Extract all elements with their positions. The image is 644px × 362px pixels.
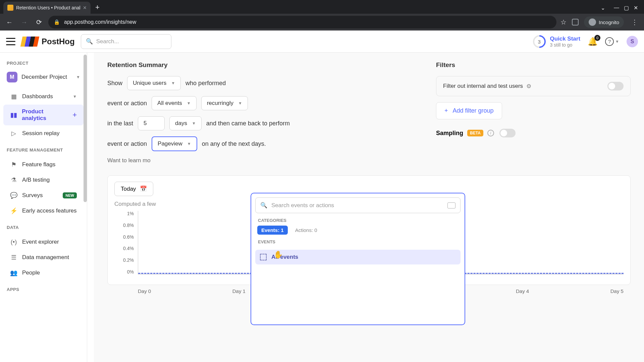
browser-tab[interactable]: Retention Users • Product analy × [3, 2, 91, 14]
sidebar-item-people[interactable]: 👥 People [3, 265, 84, 280]
recurringly-dropdown[interactable]: recurringly▼ [201, 96, 248, 110]
bookmark-icon[interactable]: ☆ [560, 18, 567, 26]
window-controls: ⌄ — ▢ ✕ [597, 2, 644, 14]
calendar-icon: 📅 [140, 185, 147, 192]
keyboard-icon[interactable] [447, 202, 455, 208]
maximize-icon[interactable]: ▢ [624, 5, 629, 11]
sidebar-item-feature-flags[interactable]: ⚑ Feature flags [3, 157, 84, 172]
events-chip[interactable]: Events: 1 [257, 226, 288, 235]
sidebar-item-label: Event explorer [22, 239, 59, 245]
chevron-down-icon: ▼ [187, 141, 191, 146]
incognito-badge[interactable]: Incognito [584, 16, 624, 28]
new-tab-button[interactable]: + [91, 3, 104, 14]
address-bar[interactable]: 🔒 app.posthog.com/insights/new [48, 16, 556, 28]
quick-start-button[interactable]: 3 Quick Start 3 still to go [533, 35, 580, 48]
browser-tab-strip: Retention Users • Product analy × + ⌄ — … [0, 0, 644, 14]
sidebar-item-surveys[interactable]: 💬 Surveys NEW [3, 188, 84, 203]
popover-search-placeholder: Search events or actions [271, 202, 334, 209]
info-icon[interactable]: i [487, 130, 494, 136]
event-dropdown-2[interactable]: Pageview▼ [152, 136, 197, 151]
sidebar-header-apps: APPS [0, 285, 87, 296]
sidebar-item-product-analytics[interactable]: ▮▮ Product analytics + [3, 105, 84, 125]
back-button[interactable]: ← [4, 17, 15, 27]
search-icon: 🔍 [86, 38, 93, 45]
search-input[interactable]: 🔍 Search... [81, 34, 171, 49]
browser-menu-icon[interactable]: ⋮ [629, 18, 640, 26]
sidebar-item-label: Product analytics [22, 108, 68, 122]
chat-icon: 💬 [10, 192, 17, 199]
sidebar-item-label: Early access features [22, 207, 77, 214]
quick-start-title: Quick Start [550, 36, 580, 42]
popover-option-all-events[interactable]: All events [255, 250, 461, 264]
extensions-icon[interactable] [572, 19, 579, 25]
plus-icon[interactable]: + [72, 111, 77, 119]
bar-chart-icon: ▮▮ [10, 111, 17, 119]
sidebar-item-label: Dashboards [22, 93, 53, 100]
retention-summary-title: Retention Summary [107, 61, 419, 69]
bolt-icon: ⚡ [10, 207, 17, 215]
sidebar-item-dashboards[interactable]: ▦ Dashboards ▼ [3, 89, 84, 104]
filter-internal-label: Filter out internal and test users [443, 83, 523, 89]
notifications-button[interactable]: 🔔0 [588, 37, 598, 46]
sidebar-item-early-access[interactable]: ⚡ Early access features [3, 203, 84, 218]
reload-button[interactable]: ⟳ [34, 17, 44, 27]
close-window-icon[interactable]: ✕ [634, 5, 638, 11]
sidebar-item-data-management[interactable]: ☰ Data management [3, 250, 84, 265]
project-avatar: M [7, 72, 17, 82]
avatar[interactable]: S [627, 36, 638, 47]
sidebar-item-event-explorer[interactable]: (•) Event explorer [3, 235, 84, 249]
filter-internal-users-row: Filter out internal and test users ⚙ [436, 76, 631, 96]
period-input[interactable]: 5 [138, 116, 165, 130]
chevron-down-icon: ▼ [192, 121, 196, 126]
logo[interactable]: PostHog [21, 37, 75, 47]
add-filter-group-button[interactable]: + Add filter group [436, 102, 502, 119]
popover-categories-header: CATEGORIES [255, 213, 461, 226]
sidebar-scrollbar[interactable] [84, 55, 87, 202]
grid-icon: ▦ [10, 93, 17, 100]
flag-icon: ⚑ [10, 161, 17, 168]
logo-text: PostHog [42, 37, 75, 46]
label-event-or-action: event or action [107, 100, 147, 107]
date-range-dropdown[interactable]: Today 📅 [114, 182, 153, 196]
learn-more-text: Want to learn mo [107, 157, 419, 164]
popover-search-input[interactable]: 🔍 Search events or actions [255, 197, 461, 213]
sampling-toggle[interactable] [499, 129, 516, 137]
chevron-down-icon: ▼ [187, 101, 191, 106]
quick-start-progress-icon: 3 [531, 33, 549, 51]
database-icon: ☰ [10, 254, 17, 261]
minimize-icon[interactable]: — [614, 5, 619, 11]
people-icon: 👥 [10, 269, 17, 277]
popover-events-header: EVENTS [255, 235, 461, 247]
menu-toggle-button[interactable] [6, 38, 15, 45]
search-icon: 🔍 [260, 202, 267, 209]
new-badge: NEW [63, 192, 77, 198]
logo-icon [20, 37, 39, 47]
unique-users-dropdown[interactable]: Unique users▼ [127, 76, 181, 90]
cursor-icon: ✋ [274, 250, 283, 259]
filter-internal-toggle[interactable] [607, 82, 624, 90]
tabs-dropdown-icon[interactable]: ⌄ [597, 5, 609, 11]
filters-title: Filters [436, 61, 631, 69]
browser-toolbar: ← → ⟳ 🔒 app.posthog.com/insights/new ☆ I… [0, 14, 644, 31]
tab-close-icon[interactable]: × [83, 4, 87, 11]
label-event-or-action-2: event or action [107, 140, 147, 147]
gear-icon[interactable]: ⚙ [526, 83, 531, 90]
sidebar-item-session-replay[interactable]: ▷ Session replay [3, 126, 84, 141]
actions-chip[interactable]: Actions: 0 [291, 226, 321, 235]
search-placeholder: Search... [96, 38, 119, 45]
sidebar-item-label: Surveys [22, 192, 43, 199]
sidebar-item-label: A/B testing [22, 177, 50, 183]
chevron-down-icon: ▼ [171, 81, 175, 85]
period-unit-dropdown[interactable]: days▼ [169, 116, 202, 130]
sampling-label: Sampling [436, 130, 463, 137]
chevron-down-icon: ▼ [76, 75, 80, 79]
quick-start-subtitle: 3 still to go [550, 42, 580, 48]
lock-icon: 🔒 [54, 19, 60, 25]
url-text: app.posthog.com/insights/new [64, 19, 136, 25]
sidebar-item-ab-testing[interactable]: ⚗ A/B testing [3, 173, 84, 187]
label-came-back: and then came back to perform [206, 120, 290, 127]
event-dropdown-1[interactable]: All events▼ [152, 96, 197, 110]
chevron-down-icon[interactable]: ▼ [73, 94, 77, 99]
help-menu[interactable]: ? ▼ [605, 37, 619, 46]
project-selector[interactable]: M December Project ▼ [0, 70, 87, 88]
